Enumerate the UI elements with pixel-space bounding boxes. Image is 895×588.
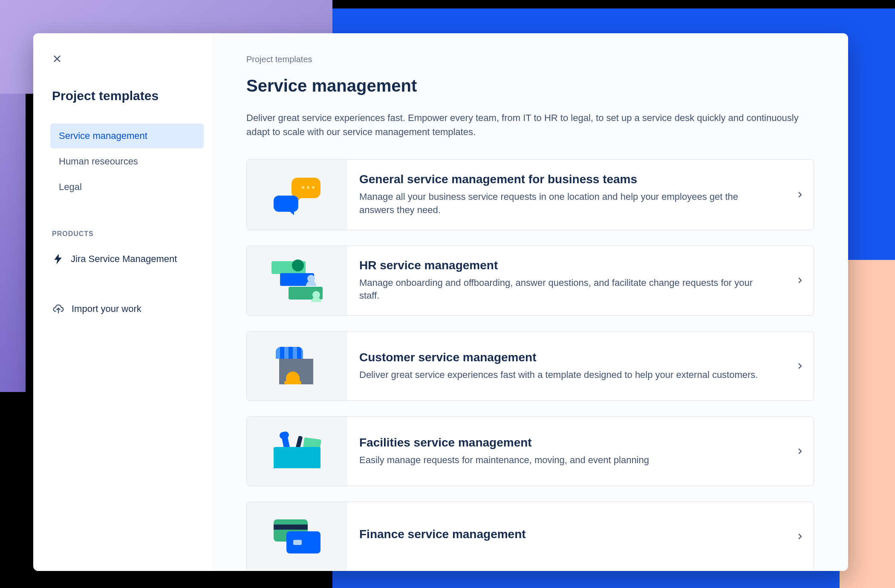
template-thumbnail [247,246,347,316]
template-chevron [786,246,814,316]
import-your-work-button[interactable]: Import your work [50,299,204,319]
toolbox-icon [274,434,320,468]
cloud-upload-icon [52,303,65,315]
template-title: Finance service management [359,527,774,541]
chevron-right-icon [796,362,804,370]
page-description: Deliver great service experiences fast. … [246,111,800,139]
page-title: Service management [246,76,814,95]
template-card-facilities-service[interactable]: Facilities service management Easily man… [246,416,814,486]
sidebar-item-label: Service management [59,130,147,141]
template-description: Manage all your business service request… [359,190,774,217]
chat-bubbles-icon [274,178,320,212]
chevron-right-icon [796,533,804,540]
sidebar-title: Project templates [52,89,204,103]
chevron-right-icon [796,447,804,455]
products-section-label: PRODUCTS [52,230,204,238]
template-body: Finance service management [347,502,786,571]
template-chevron [786,331,814,401]
project-templates-modal: Project templates Service management Hum… [33,33,848,571]
import-label: Import your work [72,303,141,314]
lightning-icon [52,253,64,265]
template-body: Facilities service management Easily man… [347,417,786,486]
chevron-right-icon [796,277,804,284]
chevron-right-icon [796,191,804,199]
template-body: General service management for business … [347,160,786,230]
main-content: Project templates Service management Del… [212,33,848,571]
template-description: Manage onboarding and offboarding, answe… [359,277,774,303]
template-title: HR service management [359,259,774,272]
close-icon [52,54,62,63]
background-accent [0,94,26,392]
template-thumbnail [247,417,347,486]
template-chevron [786,160,814,230]
template-title: Facilities service management [359,436,774,450]
breadcrumb[interactable]: Project templates [246,55,814,64]
template-card-general-service[interactable]: General service management for business … [246,159,814,230]
template-description: Easily manage requests for maintenance, … [359,454,774,467]
template-card-finance-service[interactable]: Finance service management [246,502,814,571]
product-jira-service-management[interactable]: Jira Service Management [50,250,204,268]
template-card-customer-service[interactable]: Customer service management Deliver grea… [246,331,814,401]
template-thumbnail [247,502,347,571]
template-chevron [786,502,814,571]
sidebar-item-service-management[interactable]: Service management [50,124,204,148]
product-label: Jira Service Management [71,254,177,265]
template-chevron [786,417,814,486]
sidebar-item-legal[interactable]: Legal [50,175,204,199]
sidebar-item-label: Legal [59,182,82,192]
template-title: General service management for business … [359,173,774,186]
sidebar-nav: Service management Human reseources Lega… [50,124,204,199]
template-list: General service management for business … [246,159,814,571]
close-button[interactable] [49,50,66,67]
template-thumbnail [247,160,347,230]
storefront-bell-icon [276,347,318,385]
template-body: HR service management Manage onboarding … [347,246,786,316]
sidebar-item-human-resources[interactable]: Human reseources [50,149,204,174]
template-body: Customer service management Deliver grea… [347,331,786,401]
template-card-hr-service[interactable]: HR service management Manage onboarding … [246,245,814,316]
credit-cards-icon [274,519,320,553]
template-thumbnail [247,331,347,401]
people-cards-icon [271,261,323,300]
sidebar-item-label: Human reseources [59,156,138,167]
sidebar: Project templates Service management Hum… [33,33,212,571]
template-description: Deliver great service experiences fast w… [359,369,774,382]
template-title: Customer service management [359,351,774,364]
